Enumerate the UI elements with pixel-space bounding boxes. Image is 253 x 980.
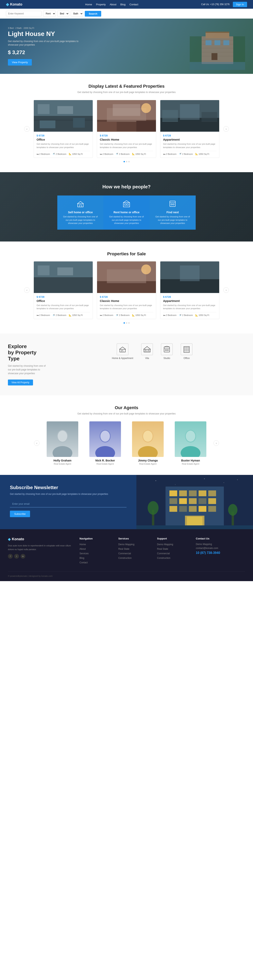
agents-section: Our Agents Get started by choosing from … [0,395,253,475]
nav-property[interactable]: Property [96,3,106,6]
view-property-button[interactable]: View Property [8,59,32,65]
type-office[interactable]: Office [181,344,192,360]
sale-card-1-beds: 🛏 2 Bedroom [37,314,50,317]
sale-card-3-baths: 🚿 2 Bedroom [179,314,193,317]
bath-select[interactable]: Bath [71,11,83,17]
svg-point-101 [224,482,224,483]
svg-point-92 [138,446,158,457]
hero-house-illustration [190,21,245,70]
svg-rect-21 [211,53,218,60]
type-studio[interactable]: Studio [161,344,173,360]
footer-services-2[interactable]: Real State [118,547,129,550]
svg-rect-63 [160,279,219,293]
card-3-baths: 🚿 2 Bedroom [179,153,193,155]
footer-contact-email: contact@konato.com [196,547,245,549]
home-appartment-icon [117,344,128,355]
card-2-price: $ 6728 [100,134,153,137]
type-home[interactable]: Home & Appartment [112,344,133,360]
signin-button[interactable]: Sign In [233,2,247,7]
logo[interactable]: ◆ Konato [6,2,22,7]
svg-rect-9 [206,32,229,33]
svg-point-102 [237,479,238,480]
svg-rect-18 [206,40,211,45]
svg-rect-114 [170,506,177,512]
footer-nav-services[interactable]: Services [80,552,88,555]
newsletter-title: Subscribe Newsletter [10,485,126,490]
footer-support-2[interactable]: Real State [157,547,168,550]
search-button[interactable]: Search [85,11,101,17]
footer-services-4[interactable]: Construction [118,557,131,559]
sale-card-2-desc: Get started by choosing from one of our … [100,304,153,310]
newsletter-right [136,475,253,529]
help-box-3-desc: Get started by choosing from one of our … [155,215,190,225]
instagram-icon[interactable]: in [21,554,25,558]
agents-row: ‹ Holly Graham Real Estate Agent [8,422,245,465]
footer-support-3[interactable]: Commercial [157,552,170,555]
subscribe-button[interactable]: Subscribe [10,511,30,517]
sale-card-1-price: $ 6728 [37,295,90,298]
agents-prev-button[interactable]: ‹ [34,440,40,446]
svg-rect-56 [38,266,50,275]
nav-about[interactable]: About [110,3,117,6]
card-2-beds: 🛏 2 Bedroom [100,153,113,155]
footer-support-1[interactable]: Demo Mapping [157,543,173,546]
view-all-button[interactable]: View All Property [8,380,33,385]
svg-rect-83 [186,350,187,351]
help-box-3-title: Find next [155,211,190,214]
agent-3-photo-placeholder [132,422,164,457]
bed-select[interactable]: Bed [57,11,69,17]
agent-4: Buster Hyman Real Estate Agent [171,422,210,465]
agent-3-photo [132,422,164,457]
nav-contact[interactable]: Contact [130,3,138,6]
nav-links: Home Property About Blog Contact [85,3,138,6]
agents-next-button[interactable]: › [213,440,219,446]
type-vila[interactable]: Vila [141,344,153,360]
help-box-3: Find next Get started by choosing from o… [150,196,196,230]
sale-card-3-beds: 🛏 2 Bedroom [163,314,176,317]
sale-card-1-baths: 🚿 2 Bedroom [52,314,66,317]
for-sale-next-button[interactable]: › [223,287,229,293]
footer-nav-about[interactable]: About [80,547,86,550]
svg-rect-74 [167,350,168,351]
footer-social: f t in [8,554,74,558]
navbar: ◆ Konato Home Property About Blog Contac… [0,0,253,9]
footer-nav-home[interactable]: Home [80,543,86,546]
sale-card-2-image [97,261,156,293]
svg-rect-55 [34,277,93,293]
nav-blog[interactable]: Blog [120,3,125,6]
help-section: How we help people? Sell home or office … [0,172,253,242]
sale-card-3-image [160,261,219,293]
footer-nav-blog[interactable]: Blog [80,557,84,559]
newsletter-email-input[interactable] [10,501,126,508]
navbar-right: Call Us: +10 (78) 356 3276 Sign In [201,2,247,7]
featured-next-button[interactable]: › [223,126,229,132]
svg-rect-111 [189,498,197,504]
sale-card-2-name: Classic Home [100,299,153,302]
svg-point-93 [143,431,152,442]
svg-rect-65 [120,349,125,352]
svg-rect-26 [57,106,73,114]
facebook-icon[interactable]: f [8,554,13,558]
svg-rect-76 [185,347,186,348]
type-vila-label: Vila [141,357,153,360]
nav-home[interactable]: Home [85,3,92,6]
footer-services-links: Demo Mapping Real State Commercial Const… [118,543,151,559]
svg-rect-78 [188,347,189,348]
footer-support-4[interactable]: Construction [157,557,170,559]
search-input[interactable] [6,11,42,16]
card-3-image [160,100,219,132]
rent-select[interactable]: Rent [43,11,56,17]
card-3-meta: 🛏 2 Bedroom 🚿 2 Bedroom 📐 1050 Sq Ft [163,151,216,155]
footer-logo-icon: ◆ [8,537,11,541]
card-2-body: $ 6728 Classic Home Get started by choos… [97,132,156,158]
office-icon [181,344,192,355]
footer-nav-contact[interactable]: Contact [80,561,88,564]
sale-card-1-name: Office [37,299,90,302]
footer-services-3[interactable]: Commercial [118,552,131,555]
footer-services-1[interactable]: Demo Mapping [118,543,134,546]
svg-rect-60 [107,269,146,283]
for-sale-prev-button[interactable]: ‹ [24,287,30,293]
featured-card-3: $ 6728 Appartment Get started by choosin… [160,100,219,158]
twitter-icon[interactable]: t [14,554,19,558]
featured-prev-button[interactable]: ‹ [24,126,30,132]
